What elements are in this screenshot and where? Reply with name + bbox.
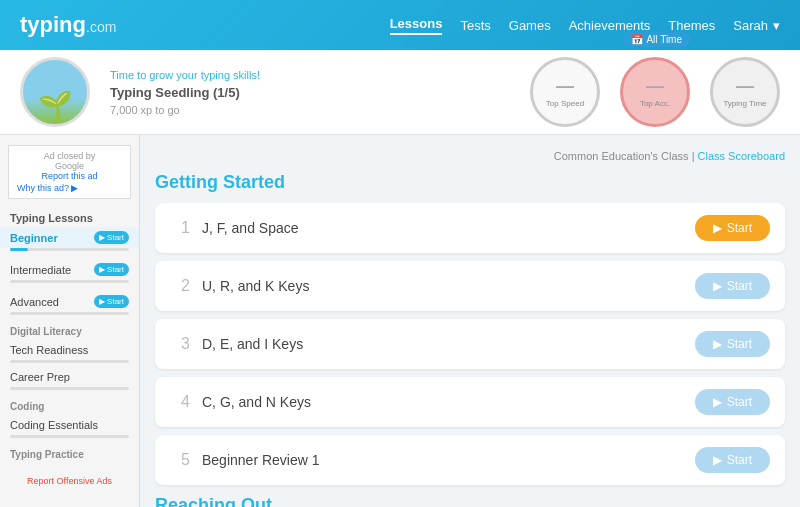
advanced-progress-bar (10, 312, 129, 315)
lesson-name-2: U, R, and K Keys (202, 278, 309, 294)
nav-lessons[interactable]: Lessons (390, 16, 443, 35)
reaching-out-title: Reaching Out (155, 495, 785, 507)
ad-area: Ad closed byGoogle Report this ad Why th… (8, 145, 131, 199)
all-time-label: All Time (646, 34, 682, 45)
stat-time-label: Typing Time (723, 99, 766, 108)
sidebar-item-beginner[interactable]: Beginner ▶ Start (0, 227, 139, 248)
stat-speed-label: Top Speed (546, 99, 584, 108)
stats-area: — Top Speed — Top Acc. — Typing Time (530, 57, 780, 127)
sidebar-item-career-prep[interactable]: Career Prep (0, 367, 139, 387)
tech-readiness-progress (10, 360, 129, 363)
class-scoreboard-link[interactable]: Class Scoreboard (698, 150, 785, 162)
stat-top-speed: — Top Speed (530, 57, 600, 127)
career-prep-label: Career Prep (10, 371, 70, 383)
intermediate-start-btn[interactable]: ▶ Start (94, 263, 129, 276)
sidebar-item-tech-readiness[interactable]: Tech Readiness (0, 340, 139, 360)
lesson-card-5: 5 Beginner Review 1 ▶ Start (155, 435, 785, 485)
nav-themes[interactable]: Themes (668, 18, 715, 33)
lesson-name-1: J, F, and Space (202, 220, 299, 236)
intermediate-label: Intermediate (10, 264, 71, 276)
lesson-name-4: C, G, and N Keys (202, 394, 311, 410)
intermediate-progress-bar (10, 280, 129, 283)
lesson-start-btn-5[interactable]: ▶ Start (695, 447, 770, 473)
sidebar-item-advanced[interactable]: Advanced ▶ Start (0, 291, 139, 312)
lesson-num-4: 4 (170, 393, 190, 411)
chevron-down-icon: ▾ (773, 18, 780, 33)
coding-essentials-label: Coding Essentials (10, 419, 98, 431)
report-offensive-ads[interactable]: Report Offensive Ads (0, 471, 139, 491)
profile-xp: 7,000 xp to go (110, 104, 260, 116)
nav-tests[interactable]: Tests (460, 18, 490, 33)
lesson-start-btn-1[interactable]: ▶ Start (695, 215, 770, 241)
stat-speed-value: — (556, 76, 574, 97)
plant-icon: 🌱 (38, 89, 73, 122)
class-info: Common Education's Class | Class Scorebo… (155, 150, 785, 162)
lesson-name-3: D, E, and I Keys (202, 336, 303, 352)
typing-lessons-title: Typing Lessons (0, 207, 139, 227)
advanced-label: Advanced (10, 296, 59, 308)
avatar: 🌱 (20, 57, 90, 127)
getting-started-title: Getting Started (155, 172, 785, 193)
stat-top-acc: — Top Acc. (620, 57, 690, 127)
advanced-start-btn[interactable]: ▶ Start (94, 295, 129, 308)
play-icon-2: ▶ (713, 279, 722, 293)
class-name-label: Common Education's Class (554, 150, 689, 162)
ad-closed-label: Ad closed byGoogle (44, 151, 96, 171)
lesson-start-btn-2[interactable]: ▶ Start (695, 273, 770, 299)
beginner-progress-bar (10, 248, 129, 251)
lesson-card-1: 1 J, F, and Space ▶ Start (155, 203, 785, 253)
stat-acc-value: — (646, 76, 664, 97)
sidebar-category-advanced: Advanced ▶ Start (0, 291, 139, 315)
lesson-card-3: 3 D, E, and I Keys ▶ Start (155, 319, 785, 369)
sidebar-category-beginner: Beginner ▶ Start (0, 227, 139, 251)
header: typing .com Lessons Tests Games Achievem… (0, 0, 800, 50)
logo-typing[interactable]: typing (20, 12, 86, 38)
sidebar-category-digital-literacy: Digital Literacy Tech Readiness Career P… (0, 323, 139, 390)
play-icon-5: ▶ (713, 453, 722, 467)
profile-info: Time to grow your typing skills! Typing … (110, 69, 260, 116)
lesson-num-1: 1 (170, 219, 190, 237)
sidebar-item-coding-essentials[interactable]: Coding Essentials (0, 415, 139, 435)
lesson-num-5: 5 (170, 451, 190, 469)
typing-practice-title: Typing Practice (0, 446, 139, 463)
all-time-badge[interactable]: 📅 All Time (623, 32, 690, 47)
sidebar-category-intermediate: Intermediate ▶ Start (0, 259, 139, 283)
profile-level: Typing Seedling (1/5) (110, 85, 260, 100)
career-prep-progress (10, 387, 129, 390)
play-icon-1: ▶ (713, 221, 722, 235)
lesson-num-3: 3 (170, 335, 190, 353)
content-area: Common Education's Class | Class Scorebo… (140, 135, 800, 507)
calendar-icon: 📅 (631, 34, 643, 45)
lesson-start-btn-4[interactable]: ▶ Start (695, 389, 770, 415)
coding-title: Coding (0, 398, 139, 415)
logo-dotcom: .com (86, 19, 116, 35)
sidebar: Ad closed byGoogle Report this ad Why th… (0, 135, 140, 507)
stat-typing-time: — Typing Time (710, 57, 780, 127)
lesson-name-5: Beginner Review 1 (202, 452, 320, 468)
lesson-card-4: 4 C, G, and N Keys ▶ Start (155, 377, 785, 427)
beginner-start-btn[interactable]: ▶ Start (94, 231, 129, 244)
sidebar-item-intermediate[interactable]: Intermediate ▶ Start (0, 259, 139, 280)
user-menu[interactable]: Sarah ▾ (733, 18, 780, 33)
main-layout: Ad closed byGoogle Report this ad Why th… (0, 135, 800, 507)
lesson-card-2: 2 U, R, and K Keys ▶ Start (155, 261, 785, 311)
sidebar-category-typing-practice: Typing Practice (0, 446, 139, 463)
play-icon-4: ▶ (713, 395, 722, 409)
coding-essentials-progress (10, 435, 129, 438)
stat-time-value: — (736, 76, 754, 97)
lesson-start-btn-3[interactable]: ▶ Start (695, 331, 770, 357)
lesson-num-2: 2 (170, 277, 190, 295)
play-icon-3: ▶ (713, 337, 722, 351)
tech-readiness-label: Tech Readiness (10, 344, 88, 356)
report-ad-link[interactable]: Report this ad (17, 171, 122, 181)
sidebar-category-coding: Coding Coding Essentials (0, 398, 139, 438)
username-label: Sarah (733, 18, 768, 33)
arrow-icon: ▶ (71, 183, 78, 193)
profile-tagline: Time to grow your typing skills! (110, 69, 260, 81)
beginner-label: Beginner (10, 232, 58, 244)
nav-games[interactable]: Games (509, 18, 551, 33)
why-ad-link[interactable]: Why this ad? ▶ (17, 183, 122, 193)
nav-achievements[interactable]: Achievements (569, 18, 651, 33)
logo-area: typing .com (20, 12, 116, 38)
digital-literacy-title: Digital Literacy (0, 323, 139, 340)
